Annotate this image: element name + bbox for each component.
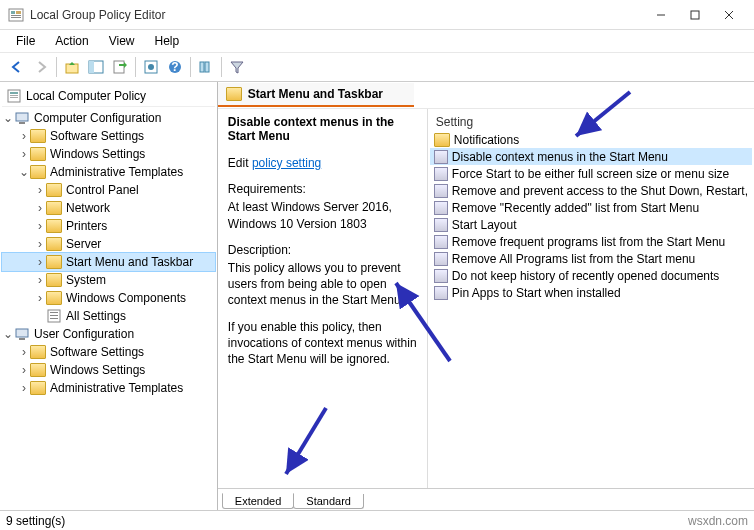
expander-icon[interactable]: ⌄ (18, 165, 30, 179)
setting-label: Force Start to be either full screen siz… (452, 167, 729, 181)
setting-row[interactable]: Do not keep history of recently opened d… (430, 267, 752, 284)
tree-item-windows-settings[interactable]: ›Windows Settings (2, 145, 215, 163)
back-button[interactable] (6, 56, 28, 78)
tree-administrative-templates[interactable]: ⌄Administrative Templates (2, 163, 215, 181)
tree-computer-configuration[interactable]: ⌄Computer Configuration (2, 109, 215, 127)
properties-button[interactable] (140, 56, 162, 78)
svg-rect-21 (10, 95, 18, 96)
folder-icon (46, 201, 62, 215)
setting-row[interactable]: Pin Apps to Start when installed (430, 284, 752, 301)
help-button[interactable]: ? (164, 56, 186, 78)
computer-icon (14, 326, 30, 342)
tree-item-printers[interactable]: ›Printers (2, 217, 215, 235)
expander-icon[interactable]: › (18, 129, 30, 143)
tree-item-software-settings[interactable]: ›Software Settings (2, 127, 215, 145)
tree-item-label: Windows Settings (50, 147, 145, 161)
menu-action[interactable]: Action (45, 32, 98, 50)
menu-help[interactable]: Help (145, 32, 190, 50)
column-header-setting[interactable]: Setting (430, 113, 752, 131)
setting-row[interactable]: Remove All Programs list from the Start … (430, 250, 752, 267)
tree-item-user-software-settings[interactable]: ›Software Settings (2, 343, 215, 361)
svg-rect-12 (114, 61, 124, 73)
folder-icon (30, 165, 46, 179)
tree-root-label: Local Computer Policy (26, 89, 146, 103)
policy-icon (434, 269, 448, 283)
menu-view[interactable]: View (99, 32, 145, 50)
computer-icon (14, 110, 30, 126)
folder-icon (46, 291, 62, 305)
tree-item-windows-components[interactable]: ›Windows Components (2, 289, 215, 307)
tree-item-user-administrative-templates[interactable]: ›Administrative Templates (2, 379, 215, 397)
svg-rect-11 (89, 61, 94, 73)
expander-icon[interactable]: › (34, 219, 46, 233)
status-count: 9 setting(s) (6, 514, 65, 528)
tree-item-label: Network (66, 201, 110, 215)
setting-row[interactable]: Notifications (430, 131, 752, 148)
expander-icon[interactable]: › (34, 291, 46, 305)
expander-icon[interactable]: › (34, 255, 46, 269)
setting-label: Remove "Recently added" list from Start … (452, 201, 699, 215)
svg-rect-3 (11, 15, 21, 16)
tree-item-all-settings[interactable]: All Settings (2, 307, 215, 325)
setting-label: Remove frequent programs list from the S… (452, 235, 725, 249)
breadcrumb: Start Menu and Taskbar (218, 83, 414, 107)
show-hide-tree-button[interactable] (85, 56, 107, 78)
tree-item-start-menu-and-taskbar[interactable]: ›Start Menu and Taskbar (2, 253, 215, 271)
tree-item-server[interactable]: ›Server (2, 235, 215, 253)
expander-icon[interactable]: ⌄ (2, 111, 14, 125)
setting-row[interactable]: Remove "Recently added" list from Start … (430, 199, 752, 216)
expander-icon[interactable]: › (34, 201, 46, 215)
expander-icon[interactable]: › (34, 237, 46, 251)
expander-icon[interactable]: › (18, 381, 30, 395)
tree-item-label: Computer Configuration (34, 111, 161, 125)
expander-icon[interactable]: › (34, 273, 46, 287)
toolbar: ? (0, 52, 754, 82)
tree-user-configuration[interactable]: ⌄User Configuration (2, 325, 215, 343)
setting-row[interactable]: Disable context menus in the Start Menu (430, 148, 752, 165)
setting-label: Do not keep history of recently opened d… (452, 269, 720, 283)
tree-item-user-windows-settings[interactable]: ›Windows Settings (2, 361, 215, 379)
minimize-button[interactable] (644, 4, 678, 26)
tab-extended[interactable]: Extended (222, 493, 294, 509)
settings-icon (46, 308, 62, 324)
svg-point-14 (148, 64, 154, 70)
tree-item-label: Control Panel (66, 183, 139, 197)
breadcrumb-label: Start Menu and Taskbar (248, 87, 383, 101)
tab-standard[interactable]: Standard (293, 494, 364, 509)
setting-label: Start Layout (452, 218, 517, 232)
folder-icon (46, 273, 62, 287)
statusbar: 9 setting(s) wsxdn.com (0, 510, 754, 530)
maximize-button[interactable] (678, 4, 712, 26)
close-button[interactable] (712, 4, 746, 26)
expander-icon[interactable]: › (18, 363, 30, 377)
tree-root[interactable]: Local Computer Policy (2, 86, 215, 107)
expander-icon[interactable]: › (18, 147, 30, 161)
setting-row[interactable]: Remove and prevent access to the Shut Do… (430, 182, 752, 199)
export-button[interactable] (109, 56, 131, 78)
forward-button[interactable] (30, 56, 52, 78)
setting-label: Remove and prevent access to the Shut Do… (452, 184, 748, 198)
tree-pane: Local Computer Policy ⌄Computer Configur… (0, 82, 218, 510)
svg-text:?: ? (171, 60, 178, 74)
svg-rect-26 (50, 312, 58, 313)
expander-icon[interactable]: ⌄ (2, 327, 14, 341)
requirements-label: Requirements: (228, 181, 417, 197)
tree-item-control-panel[interactable]: ›Control Panel (2, 181, 215, 199)
menu-file[interactable]: File (6, 32, 45, 50)
filter-button[interactable] (226, 56, 248, 78)
svg-rect-4 (11, 17, 21, 18)
columns-button[interactable] (195, 56, 217, 78)
expander-icon[interactable]: › (34, 183, 46, 197)
tree-item-network[interactable]: ›Network (2, 199, 215, 217)
tree-item-label: All Settings (66, 309, 126, 323)
expander-icon[interactable]: › (18, 345, 30, 359)
setting-row[interactable]: Force Start to be either full screen siz… (430, 165, 752, 182)
folder-icon (46, 255, 62, 269)
edit-policy-link[interactable]: policy setting (252, 156, 321, 170)
setting-row[interactable]: Start Layout (430, 216, 752, 233)
setting-row[interactable]: Remove frequent programs list from the S… (430, 233, 752, 250)
up-button[interactable] (61, 56, 83, 78)
policy-icon (434, 286, 448, 300)
tree-item-system[interactable]: ›System (2, 271, 215, 289)
tree-item-label: Server (66, 237, 101, 251)
